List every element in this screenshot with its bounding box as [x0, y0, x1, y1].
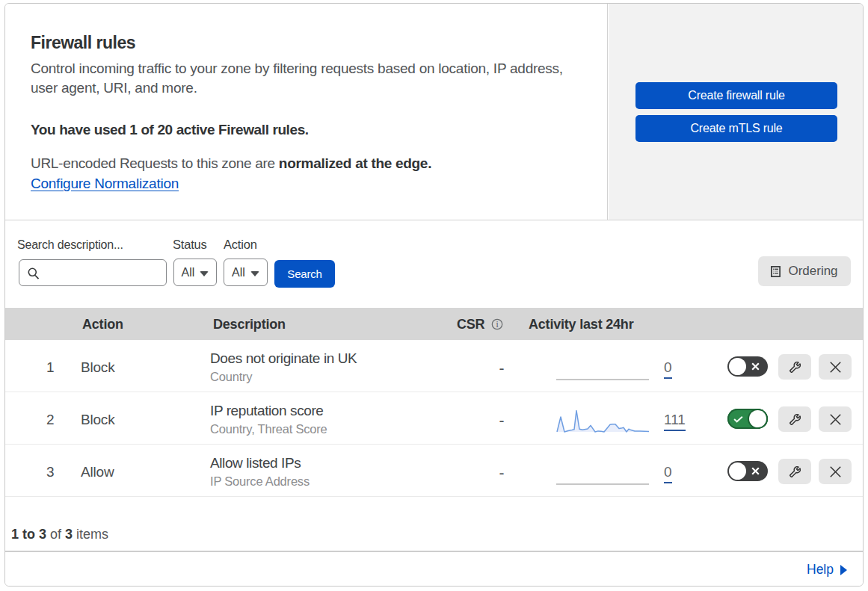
normalization-bold-text: normalized at the edge.	[279, 155, 431, 171]
toggle-knob	[749, 410, 766, 427]
toggle-knob	[729, 358, 746, 375]
row-action: Block	[81, 394, 114, 446]
configure-normalization-link[interactable]: Configure Normalization	[31, 174, 179, 194]
activity-sparkline	[556, 356, 649, 381]
rule-criteria: IP Source Address	[210, 474, 310, 489]
wrench-icon	[789, 362, 801, 373]
wrench-icon	[789, 414, 801, 425]
normalization-text: URL-encoded Requests to this zone are	[31, 155, 279, 171]
table-row: 3 Allow Allow listed IPs IP Source Addre…	[5, 445, 863, 497]
items-count: 1 to 3 of 3 items	[11, 525, 108, 543]
column-header-description: Description	[213, 308, 286, 340]
row-description: Allow listed IPs IP Source Address	[210, 454, 310, 489]
items-total: 3	[65, 527, 73, 542]
items-label: items	[76, 527, 108, 542]
edit-rule-button[interactable]	[778, 354, 811, 380]
edit-rule-button[interactable]	[778, 406, 811, 432]
ordered-list-icon	[771, 266, 781, 277]
activity-count-link[interactable]: 0	[664, 464, 672, 483]
column-header-csr: CSR	[457, 308, 484, 340]
activity-count-link[interactable]: 0	[664, 359, 672, 379]
help-bar: Help	[5, 551, 863, 586]
activity-sparkline	[556, 460, 649, 486]
x-icon	[751, 467, 760, 475]
row-description: Does not originate in UK Country	[210, 349, 357, 385]
status-select-value: All	[182, 266, 195, 279]
action-select-value: All	[232, 266, 245, 279]
description-line-2: user agent, URI, and more.	[31, 80, 197, 96]
chevron-down-icon	[250, 271, 259, 276]
row-priority: 3	[46, 446, 54, 498]
row-action: Block	[81, 341, 114, 394]
items-range: 1 to 3	[11, 527, 46, 542]
firewall-rules-card: Firewall rules Control incoming traffic …	[4, 3, 864, 587]
rule-criteria: Country, Threat Score	[210, 421, 327, 437]
normalization-note: URL-encoded Requests to this zone are no…	[31, 154, 431, 173]
action-select[interactable]: All	[224, 259, 268, 286]
create-firewall-rule-button[interactable]: Create firewall rule	[635, 82, 837, 109]
usage-summary: You have used 1 of 20 active Firewall ru…	[31, 120, 309, 140]
page-description: Control incoming traffic to your zone by…	[31, 59, 563, 98]
delete-rule-button[interactable]	[819, 354, 852, 380]
row-priority: 1	[46, 341, 54, 394]
status-label: Status	[173, 237, 207, 252]
rule-description: Does not originate in UK	[210, 349, 357, 368]
row-csr-value: -	[490, 342, 513, 394]
overview-text-panel: Firewall rules Control incoming traffic …	[5, 4, 608, 220]
toggle-knob	[729, 462, 746, 480]
info-icon[interactable]: i	[491, 318, 503, 330]
action-label: Action	[224, 237, 257, 252]
search-button[interactable]: Search	[274, 260, 335, 288]
search-icon	[28, 267, 40, 280]
page-title: Firewall rules	[31, 31, 135, 54]
status-select[interactable]: All	[173, 259, 217, 286]
column-header-activity: Activity last 24hr	[529, 308, 633, 340]
items-of: of	[50, 527, 61, 542]
x-icon	[830, 362, 841, 373]
x-icon	[830, 466, 841, 477]
help-link[interactable]: Help	[807, 560, 847, 578]
delete-rule-button[interactable]	[819, 459, 852, 484]
rule-enabled-toggle[interactable]	[727, 409, 768, 429]
create-mtls-rule-button[interactable]: Create mTLS rule	[635, 115, 837, 142]
row-csr-value: -	[490, 447, 513, 499]
wrench-icon	[789, 466, 801, 477]
delete-rule-button[interactable]	[819, 406, 852, 432]
ordering-label: Ordering	[788, 264, 837, 279]
chevron-right-icon	[840, 565, 847, 575]
create-actions-panel: Create firewall rule Create mTLS rule	[609, 4, 863, 220]
activity-sparkline	[556, 408, 649, 433]
rule-enabled-toggle[interactable]	[727, 461, 768, 481]
check-icon	[733, 415, 743, 423]
table-footer: 1 to 3 of 3 items	[5, 497, 863, 551]
activity-count-link[interactable]: 111	[664, 412, 686, 431]
x-icon	[830, 414, 841, 425]
ordering-button[interactable]: Ordering	[758, 256, 851, 286]
row-action: Allow	[81, 446, 114, 498]
row-description: IP reputation score Country, Threat Scor…	[210, 401, 327, 437]
row-priority: 2	[46, 394, 54, 446]
table-row: 1 Block Does not originate in UK Country…	[5, 340, 863, 392]
svg-text:i: i	[496, 320, 498, 329]
x-icon	[751, 362, 760, 371]
description-line-1: Control incoming traffic to your zone by…	[31, 61, 563, 76]
row-csr-value: -	[490, 394, 513, 447]
rule-enabled-toggle[interactable]	[727, 356, 768, 377]
edit-rule-button[interactable]	[778, 459, 811, 484]
search-label: Search description...	[17, 238, 123, 253]
help-label: Help	[807, 560, 834, 578]
rule-description: Allow listed IPs	[210, 454, 310, 472]
table-row: 2 Block IP reputation score Country, Thr…	[5, 392, 863, 445]
rule-criteria: Country	[210, 369, 357, 385]
search-input[interactable]	[19, 259, 167, 286]
table-header: Action Description CSR i Activity last 2…	[5, 308, 863, 340]
chevron-down-icon	[200, 271, 209, 276]
rule-description: IP reputation score	[210, 401, 327, 420]
filter-bar: Search description... Status Action All …	[5, 220, 863, 308]
overview-section: Firewall rules Control incoming traffic …	[5, 4, 863, 220]
column-header-action: Action	[82, 308, 123, 340]
